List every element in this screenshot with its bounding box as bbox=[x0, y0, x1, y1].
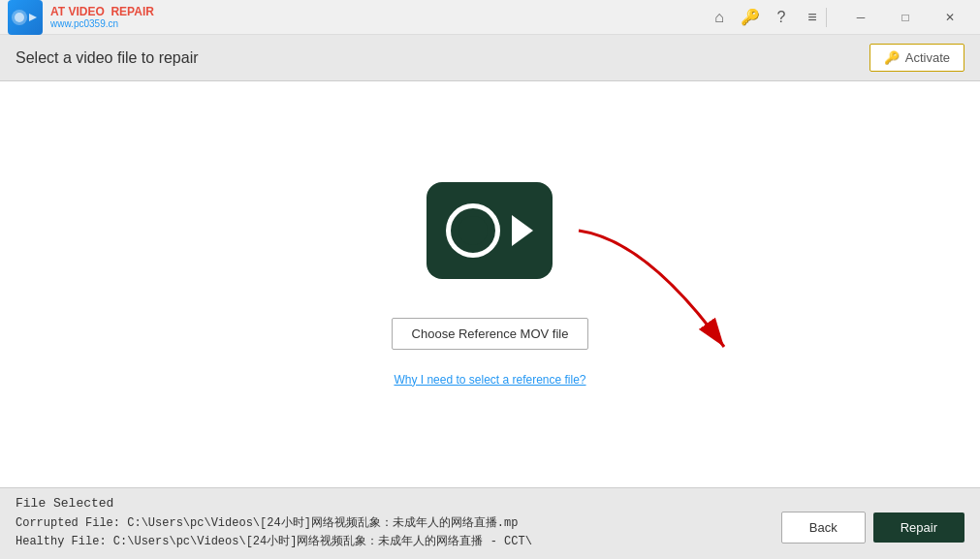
svg-point-1 bbox=[15, 13, 24, 22]
help-icon[interactable]: ? bbox=[772, 8, 791, 27]
repair-button[interactable]: Repair bbox=[873, 512, 964, 543]
camera-lens-inner bbox=[458, 216, 488, 245]
reference-link[interactable]: Why I need to select a reference file? bbox=[394, 373, 585, 387]
app-logo bbox=[8, 0, 43, 35]
key-icon[interactable]: 🔑 bbox=[741, 8, 760, 27]
healthy-path: C:\Users\pc\Videos\[24小时]网络视频乱象：未成年人的网络直… bbox=[113, 535, 532, 548]
activate-button[interactable]: 🔑 Activate bbox=[869, 44, 964, 72]
video-icon-container: Choose Reference MOV file Why I need to … bbox=[392, 182, 589, 387]
svg-marker-2 bbox=[29, 14, 37, 21]
main-content: Choose Reference MOV file Why I need to … bbox=[0, 81, 980, 487]
close-button[interactable]: ✕ bbox=[928, 2, 972, 33]
header-bar: Select a video file to repair 🔑 Activate bbox=[0, 35, 980, 81]
page-title: Select a video file to repair bbox=[16, 49, 199, 67]
camera-lens bbox=[446, 203, 500, 258]
bottom-actions: Back Repair bbox=[781, 512, 964, 543]
red-arrow bbox=[569, 221, 782, 366]
home-icon[interactable]: ⌂ bbox=[710, 8, 729, 27]
window-controls: ─ □ ✕ bbox=[838, 2, 972, 33]
logo-text: AT VIDEO REPAIR www.pc0359.cn bbox=[50, 5, 154, 29]
logo-area: AT VIDEO REPAIR www.pc0359.cn bbox=[8, 0, 154, 35]
corrupted-path: C:\Users\pc\Videos\[24小时]网络视频乱象：未成年人的网络直… bbox=[127, 516, 518, 530]
app-url: www.pc0359.cn bbox=[50, 18, 154, 29]
minimize-button[interactable]: ─ bbox=[838, 2, 883, 33]
key-icon: 🔑 bbox=[884, 50, 900, 65]
divider bbox=[826, 8, 827, 27]
toolbar-icons: ⌂ 🔑 ? ≡ bbox=[710, 8, 822, 27]
menu-icon[interactable]: ≡ bbox=[803, 8, 822, 27]
maximize-button[interactable]: □ bbox=[883, 2, 928, 33]
file-selected-label: File Selected bbox=[16, 496, 964, 511]
camera-viewfinder bbox=[512, 215, 533, 246]
healthy-label: Healthy File: bbox=[16, 535, 107, 548]
choose-reference-button[interactable]: Choose Reference MOV file bbox=[392, 318, 589, 350]
back-button[interactable]: Back bbox=[781, 512, 866, 543]
video-camera-icon bbox=[427, 182, 553, 279]
corrupted-label: Corrupted File: bbox=[16, 516, 120, 530]
bottom-section: File Selected Corrupted File: C:\Users\p… bbox=[0, 487, 980, 559]
title-bar: AT VIDEO REPAIR www.pc0359.cn ⌂ 🔑 ? ≡ ─ … bbox=[0, 0, 980, 35]
app-name: AT VIDEO REPAIR bbox=[50, 5, 154, 18]
camera-body bbox=[446, 203, 533, 258]
